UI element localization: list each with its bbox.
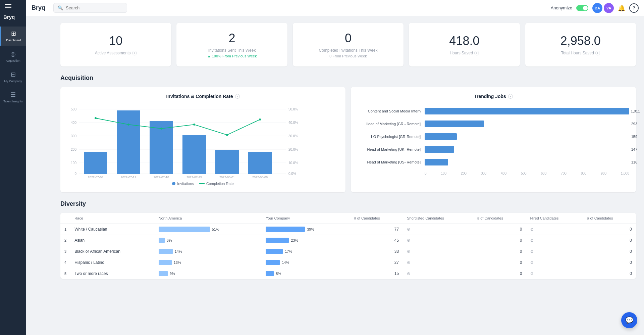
race-name: Two or more races — [70, 268, 155, 279]
sidebar-label-dashboard: Dashboard — [6, 39, 21, 42]
completion-rate-point-4 — [226, 134, 228, 136]
search-input[interactable] — [66, 5, 119, 10]
hired-count: 0 — [583, 224, 636, 235]
svg-text:2022-07-04: 2022-07-04 — [88, 176, 103, 178]
stats-row: 10 Active Assessments i 2 Invitations Se… — [60, 23, 636, 66]
stat-label-active-assessments: Active Assessments i — [95, 51, 137, 55]
na-bar-cell: 6% — [155, 235, 262, 246]
dashboard-icon: ⊞ — [11, 30, 16, 37]
diversity-table-row: 5 Two or more races 9% 8% 15 ⊘ 0 ⊘ 0 — [60, 268, 636, 279]
col-hired: Hired Candidates — [526, 213, 583, 224]
hired-bar: ⊘ — [526, 257, 583, 268]
topbar: Bryq 🔍 Anonymize BA VA 🔔 ? — [26, 0, 644, 16]
diversity-section-title: Diversity — [60, 200, 636, 207]
trending-value-3: 147 — [631, 147, 637, 151]
legend-label-completion-rate: Completion Rate — [206, 182, 234, 186]
candidates-count: 45 — [350, 235, 403, 246]
diversity-table-row: 3 Black or African American 14% 17% 33 ⊘… — [60, 246, 636, 257]
sidebar-item-my-company[interactable]: ⊟ My Company — [0, 67, 26, 87]
bar-1 — [117, 110, 140, 174]
candidates-count: 77 — [350, 224, 403, 235]
sidebar-item-acquisition[interactable]: ◎ Acquisition — [0, 47, 26, 66]
chat-widget[interactable]: 💬 — [621, 312, 637, 328]
svg-text:10.0%: 10.0% — [288, 161, 298, 165]
row-num: 3 — [60, 246, 70, 257]
shortlisted-count: 0 — [473, 246, 526, 257]
na-bar-cell: 13% — [155, 257, 262, 268]
candidates-count: 27 — [350, 257, 403, 268]
stat-card-hours-saved: 418.0 Hours Saved i — [409, 23, 520, 66]
sidebar-item-talent-insights[interactable]: ☰ Talent Insights — [0, 88, 26, 107]
co-bar-cell: 8% — [262, 268, 350, 279]
charts-row: Invitations & Completion Rate i 500 400 … — [60, 87, 636, 192]
trending-value-4: 116 — [631, 160, 637, 164]
trending-bar-4 — [425, 159, 448, 165]
bar-4 — [215, 150, 239, 174]
candidates-count: 15 — [350, 268, 403, 279]
info-icon-total-hours-saved[interactable]: i — [595, 51, 600, 55]
avatar-va[interactable]: VA — [604, 3, 614, 13]
hired-count: 0 — [583, 235, 636, 246]
stat-sub-invitations-sent: ▲ 100% From Previous Week — [207, 54, 257, 58]
svg-text:2022-07-11: 2022-07-11 — [121, 176, 136, 178]
trending-bar-wrap-4: 116 — [425, 159, 629, 165]
na-bar-cell: 9% — [155, 268, 262, 279]
candidates-count: 33 — [350, 246, 403, 257]
hired-count: 0 — [583, 257, 636, 268]
na-bar-cell: 51% — [155, 224, 262, 235]
diversity-table-row: 1 White / Caucasian 51% 39% 77 ⊘ 0 ⊘ 0 — [60, 224, 636, 235]
brand-logo: Bryq — [32, 4, 45, 11]
row-num: 4 — [60, 257, 70, 268]
row-num: 5 — [60, 268, 70, 279]
hamburger-menu[interactable] — [0, 4, 11, 8]
notification-bell-icon[interactable]: 🔔 — [618, 4, 625, 12]
trending-bar-wrap-0: 1,011 — [425, 108, 629, 114]
help-button[interactable]: ? — [629, 3, 639, 13]
acquisition-icon: ◎ — [10, 50, 16, 58]
trending-job-label-1: Head of Marketing [GR - Remote] — [358, 122, 425, 126]
info-icon-hours-saved[interactable]: i — [474, 51, 479, 55]
legend-invitations: Invitations — [172, 182, 194, 186]
anonymize-toggle[interactable] — [576, 5, 588, 11]
trending-job-row-4: Head of Marketing [US- Remote] 116 — [358, 159, 629, 165]
diversity-table: Race North America Your Company # of Can… — [60, 213, 636, 279]
info-icon-trending-jobs[interactable]: i — [508, 94, 513, 99]
sidebar: Bryq ⊞ Dashboard ◎ Acquisition ⊟ My Comp… — [0, 0, 26, 335]
stat-label-total-hours-saved: Total Hours Saved i — [561, 51, 600, 55]
svg-text:40.0%: 40.0% — [288, 121, 298, 125]
stat-value-completed-invitations: 0 — [345, 31, 352, 45]
bar-0 — [84, 152, 107, 174]
trending-job-row-2: I-O Psychologist [GR-Remote] 159 — [358, 133, 629, 140]
trending-job-label-4: Head of Marketing [US- Remote] — [358, 160, 425, 164]
svg-text:2022-07-25: 2022-07-25 — [186, 176, 202, 178]
completion-rate-point-2 — [160, 128, 162, 130]
trending-bar-1 — [425, 121, 484, 127]
svg-text:30.0%: 30.0% — [288, 134, 298, 138]
shortlisted-count: 0 — [473, 224, 526, 235]
trending-job-label-2: I-O Psychologist [GR-Remote] — [358, 135, 425, 139]
trending-bar-3 — [425, 146, 454, 153]
info-icon-invitations-chart[interactable]: i — [235, 94, 240, 99]
svg-text:2022-08-01: 2022-08-01 — [219, 176, 235, 178]
sidebar-label-acquisition: Acquisition — [6, 59, 20, 63]
stat-card-invitations-sent: 2 Invitations Sent This Week ▲ 100% From… — [176, 23, 287, 66]
trending-job-row-1: Head of Marketing [GR - Remote] 293 — [358, 121, 629, 127]
diversity-table-body: 1 White / Caucasian 51% 39% 77 ⊘ 0 ⊘ 0 2… — [60, 224, 636, 279]
stat-card-active-assessments: 10 Active Assessments i — [60, 23, 171, 66]
hired-count: 0 — [583, 246, 636, 257]
diversity-table-header: Race North America Your Company # of Can… — [60, 213, 636, 224]
chart-legend: Invitations Completion Rate — [67, 182, 339, 186]
trending-bar-0 — [425, 108, 629, 114]
sidebar-item-dashboard[interactable]: ⊞ Dashboard — [0, 27, 26, 46]
search-box[interactable]: 🔍 — [53, 3, 127, 13]
trending-value-0: 1,011 — [631, 109, 640, 113]
svg-text:400: 400 — [71, 121, 76, 125]
info-icon-active-assessments[interactable]: i — [132, 51, 137, 55]
avatar-ba[interactable]: BA — [592, 3, 602, 13]
stat-sub-completed-invitations: 0 From Previous Week — [329, 54, 367, 58]
legend-completion-rate: Completion Rate — [199, 182, 234, 186]
svg-text:2022-07-18: 2022-07-18 — [154, 176, 169, 178]
shortlisted-bar: ⊘ — [403, 246, 473, 257]
invitations-chart-card: Invitations & Completion Rate i 500 400 … — [60, 87, 345, 192]
trending-value-1: 293 — [631, 122, 637, 126]
